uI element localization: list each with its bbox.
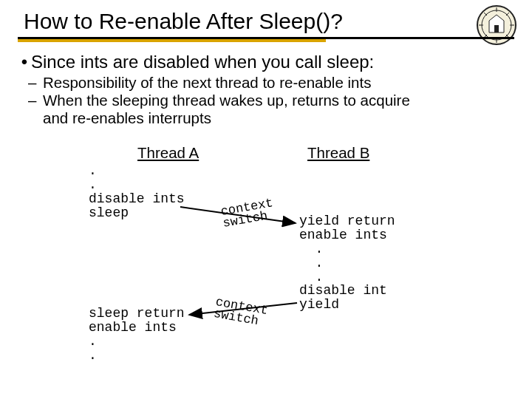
code-thread-a-top: . . disable ints sleep	[89, 164, 185, 220]
sub-bullet-1-text: Responsibility of the next thread to re-…	[43, 74, 371, 91]
code-thread-b: yield return enable ints . . . disable i…	[299, 214, 395, 312]
bullet-main-text: Since ints are disabled when you call sl…	[31, 52, 374, 72]
col-b-header: Thread B	[307, 144, 369, 162]
slide-title: How to Re-enable After Sleep()?	[0, 0, 532, 37]
col-a-header: Thread A	[137, 144, 199, 162]
svg-rect-10	[494, 25, 499, 33]
bullet-main: •Since ints are disabled when you call s…	[18, 52, 532, 72]
arrow-icon-a-to-b	[177, 201, 303, 231]
sub-bullet-1: –Responsibility of the next thread to re…	[43, 74, 532, 92]
code-thread-a-bottom: sleep return enable ints . .	[89, 307, 185, 363]
svg-line-11	[180, 207, 296, 223]
sub-bullet-2-line2: and re-enables interrupts	[43, 109, 211, 126]
sub-bullet-2-line1: When the sleeping thread wakes up, retur…	[43, 92, 410, 109]
title-divider	[18, 37, 514, 44]
svg-line-12	[189, 303, 297, 315]
sub-bullet-2: –When the sleeping thread wakes up, retu…	[43, 92, 532, 127]
arrow-icon-b-to-a	[185, 297, 303, 327]
